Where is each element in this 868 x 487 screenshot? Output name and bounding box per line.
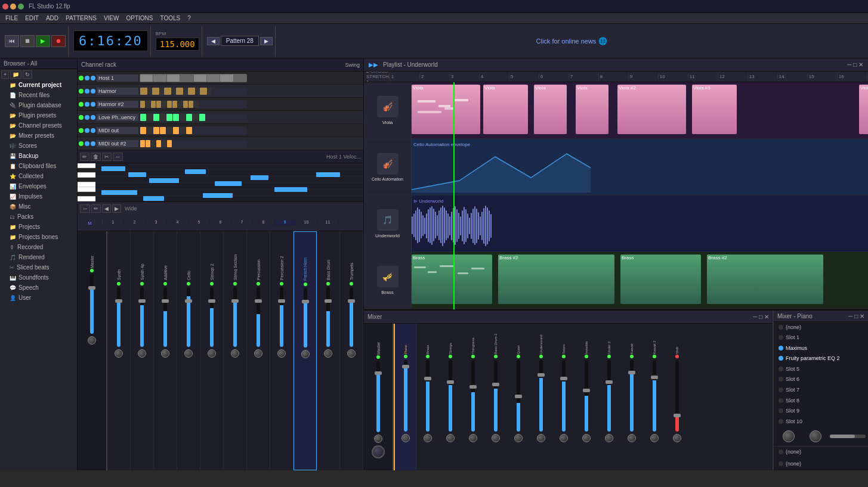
mix-undersound-thumb[interactable]	[538, 373, 545, 377]
brass-track-content[interactable]: Brass Brass #2 Brass	[412, 252, 868, 308]
mr-slot-7[interactable]: Slot 7	[774, 385, 868, 396]
pr-note[interactable]	[128, 172, 146, 177]
mr-window-btn[interactable]: ─ □ ✕	[848, 313, 864, 320]
mix-bassdrum2-knob[interactable]	[492, 434, 500, 442]
mix-kawaii2-knob[interactable]	[650, 434, 659, 442]
mix-ch-strings[interactable]: Strings	[439, 324, 462, 470]
mix-ch-brass[interactable]: Brass	[416, 324, 439, 470]
sidebar-item-clipboard[interactable]: 📋 Clipboard files	[0, 161, 77, 171]
fader-stringsection[interactable]	[233, 287, 237, 347]
fader-percussion[interactable]	[257, 287, 260, 347]
pr-note[interactable]	[149, 178, 179, 183]
news-link[interactable]: Click for online news	[536, 38, 597, 45]
fader-thumb-stringsection[interactable]	[231, 299, 239, 303]
mr-slot-maximus[interactable]: Maximus	[774, 343, 868, 353]
mix-master-knob[interactable]	[374, 435, 382, 443]
fader-master[interactable]	[90, 274, 94, 334]
sidebar-item-packs[interactable]: 🗂 Packs	[0, 212, 77, 222]
mix-invisible-thumb[interactable]	[583, 389, 590, 392]
mr-pan-knob[interactable]	[810, 430, 821, 442]
pr-note[interactable]	[101, 190, 137, 195]
mix-ch-undersound[interactable]: Undersound	[530, 324, 552, 470]
brass-block-1[interactable]: Brass	[412, 255, 492, 304]
mix-invisible-knob[interactable]	[582, 434, 591, 442]
mix-ch-bassdrum2[interactable]: Bass Drum 2	[484, 324, 507, 470]
fader-thumb-master[interactable]	[88, 286, 95, 290]
mix-master-thumb[interactable]	[375, 371, 382, 375]
bpm-display[interactable]: 115.000	[156, 38, 199, 51]
pr-tool-1[interactable]: ↔	[80, 204, 90, 213]
mixer-ch-synth4p[interactable]: Synth 4p	[131, 231, 154, 470]
sidebar-item-impulses[interactable]: 📈 Impulses	[0, 191, 77, 201]
mix-totoro-fader[interactable]	[562, 360, 566, 432]
mix-quiet-knob[interactable]	[514, 434, 523, 442]
mix-under2-knob[interactable]	[605, 434, 613, 442]
pr-note[interactable]	[185, 169, 206, 174]
mr-slot-5[interactable]: Slot 5	[774, 364, 868, 375]
mixer-window-btn[interactable]: ─ □ ✕	[753, 314, 769, 320]
mixer-ch-percussion2[interactable]: Percussion 2	[270, 231, 294, 470]
vol-knob-cello[interactable]	[184, 349, 193, 358]
piano-roll-grid[interactable]	[95, 163, 363, 201]
fader-thumb-cello[interactable]	[185, 299, 192, 303]
mix-quiet-thumb[interactable]	[515, 395, 522, 398]
mix-kawaii-fader[interactable]	[630, 360, 634, 432]
fader-thumb-additive[interactable]	[162, 299, 169, 303]
mr-slot-10[interactable]: Slot 10	[774, 416, 868, 427]
vol-knob-bassdrum[interactable]	[324, 349, 332, 358]
play-button[interactable]: ▶	[36, 35, 50, 47]
mix-kawaii2-thumb[interactable]	[651, 376, 658, 379]
mix-shift-knob[interactable]	[673, 434, 681, 442]
vol-knob-percussion2[interactable]	[277, 349, 286, 358]
mix-quiet-fader[interactable]	[517, 360, 520, 432]
fader-thumb-frenchhorn[interactable]	[302, 300, 309, 303]
sidebar-add-btn[interactable]: +	[1, 70, 9, 79]
menu-help[interactable]: ?	[184, 14, 194, 22]
mix-master[interactable]: Master	[364, 324, 394, 470]
ch-pattern-harmor[interactable]	[140, 86, 362, 97]
fader-thumb-synth4p[interactable]	[138, 299, 146, 303]
mixer-ch-bassdrum[interactable]: Bass Drum	[317, 231, 340, 470]
vol-knob-synth4p[interactable]	[138, 349, 146, 358]
pattern-next[interactable]: ▶	[260, 37, 273, 45]
mix-totoro-knob[interactable]	[560, 434, 568, 442]
pr-note[interactable]	[274, 187, 307, 192]
mr-bottom-slot-1[interactable]: (none)	[774, 446, 868, 458]
fader-additive[interactable]	[163, 287, 167, 347]
vol-knob-master[interactable]	[88, 336, 96, 345]
mix-piano-fader[interactable]	[404, 360, 407, 432]
pr-tool-3[interactable]: ◀	[102, 204, 111, 213]
pr-note[interactable]	[143, 196, 164, 201]
mix-undersound-fader[interactable]	[539, 360, 543, 432]
mix-master-fader[interactable]	[376, 361, 380, 432]
fader-thumb-percussion2[interactable]	[278, 299, 285, 303]
brass-block-4[interactable]: Brass #2	[707, 255, 823, 304]
fader-trumpets[interactable]	[350, 287, 353, 347]
stop-button[interactable]: ⏹	[20, 35, 35, 47]
ch-pattern-harmor2[interactable]	[140, 99, 362, 110]
close-btn[interactable]	[2, 4, 8, 10]
vol-knob-percussion[interactable]	[254, 349, 262, 358]
sidebar-item-mixer-presets[interactable]: 📂 Mixer presets	[0, 131, 77, 141]
mix-under2-fader[interactable]	[607, 360, 611, 432]
vol-knob-strings2[interactable]	[208, 349, 216, 358]
sidebar-item-speech[interactable]: 💬 Speech	[0, 283, 77, 293]
sidebar-item-recorded[interactable]: 🎙 Recorded	[0, 242, 77, 252]
mix-brass-knob[interactable]	[424, 434, 432, 442]
mix-ch-totoro[interactable]: Totoro	[552, 324, 575, 470]
mix-ch-kawaii[interactable]: Kawaii	[620, 324, 643, 470]
mix-kawaii-thumb[interactable]	[628, 371, 635, 374]
sidebar-item-current-project[interactable]: 📁 Current project	[0, 80, 77, 90]
menu-add[interactable]: ADD	[43, 14, 61, 22]
menu-view[interactable]: VIEW	[101, 14, 122, 22]
mr-slot-6[interactable]: Slot 6	[774, 374, 868, 385]
brass-block-3[interactable]: Brass	[620, 255, 701, 304]
mix-kawaii-knob[interactable]	[628, 434, 636, 442]
pr-note[interactable]	[316, 172, 340, 177]
mixer-ch-strings2[interactable]: Strings 2	[200, 231, 224, 470]
mix-master-assign[interactable]	[372, 445, 385, 458]
pr-tool-2[interactable]: ✏	[91, 204, 101, 213]
mix-thingness-fader[interactable]	[471, 360, 475, 432]
mix-ch-under2[interactable]: Under 2	[598, 324, 620, 470]
fader-thumb-percussion[interactable]	[255, 299, 262, 303]
